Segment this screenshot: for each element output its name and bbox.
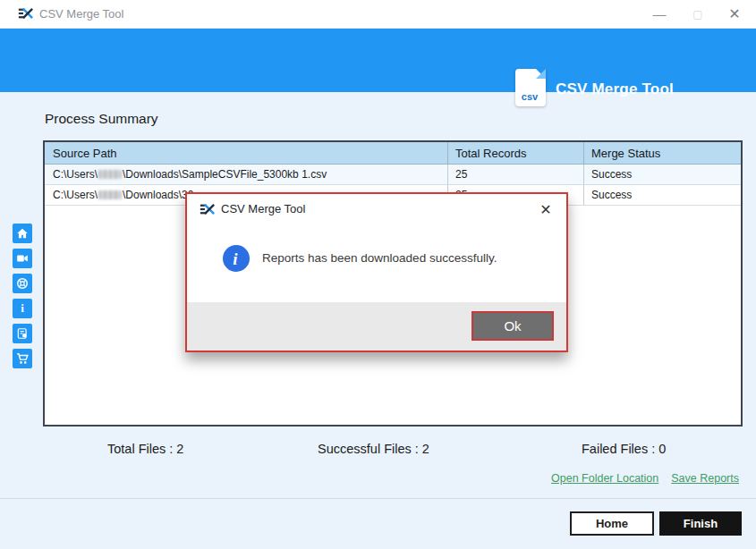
column-header-source-path: Source Path [45,142,447,164]
download-success-dialog: CSV Merge Tool ✕ i Reports has been down… [185,192,568,352]
csv-file-icon: csv [515,69,546,106]
info-circle-icon: i [223,245,250,272]
dialog-close-icon[interactable]: ✕ [536,199,556,219]
dialog-message: Reports has been downloaded successfully… [262,251,497,265]
home-button[interactable]: Home [570,511,654,536]
sidebar-item-video[interactable] [13,249,32,268]
sidebar-item-home[interactable] [13,224,32,243]
footer-divider [0,498,756,499]
app-logo-icon [18,7,33,23]
page-title: Process Summary [45,111,158,127]
maximize-button[interactable]: ▢ [680,0,716,28]
sidebar-item-license[interactable] [13,324,32,343]
successful-files-stat: Successful Files : 2 [318,442,429,456]
app-brand-title: CSV Merge Tool [556,80,674,98]
merge-status-cell: Success [583,185,741,205]
shopping-cart-icon [16,352,29,365]
report-links: Open Folder Location Save Reports [551,472,739,485]
redacted-username [98,170,122,179]
column-header-total-records: Total Records [447,142,583,164]
close-button[interactable]: ✕ [717,0,752,28]
total-files-stat: Total Files : 2 [107,442,183,456]
info-icon: i [21,301,24,316]
open-folder-location-link[interactable]: Open Folder Location [551,472,658,485]
dialog-app-logo-icon [200,203,215,219]
license-certificate-icon [16,327,29,340]
table-header-row: Source Path Total Records Merge Status [45,142,741,165]
source-path-cell: C:\Users\\Downloads\SampleCSVFile_5300kb… [45,165,447,184]
minimize-button[interactable]: — [641,0,677,28]
sidebar-item-support[interactable] [13,274,32,293]
ok-button[interactable]: Ok [471,311,554,341]
life-ring-icon [16,277,29,290]
column-header-merge-status: Merge Status [583,142,741,164]
video-camera-icon [16,252,29,265]
window-title: CSV Merge Tool [39,7,123,21]
csv-merge-tool-window: CSV Merge Tool — ▢ ✕ csv CSV Merge Tool … [0,0,756,549]
redacted-username [98,190,122,199]
app-header: csv CSV Merge Tool [0,29,756,92]
failed-files-stat: Failed Files : 0 [582,442,666,456]
sidebar-item-cart[interactable] [13,349,32,368]
home-icon [16,227,29,240]
dialog-title: CSV Merge Tool [221,202,305,215]
save-reports-link[interactable]: Save Reports [671,472,739,485]
finish-button[interactable]: Finish [659,511,742,536]
table-row[interactable]: C:\Users\\Downloads\SampleCSVFile_5300kb… [45,165,741,185]
dialog-title-bar: CSV Merge Tool ✕ [187,194,566,224]
title-bar: CSV Merge Tool — ▢ ✕ [0,0,756,29]
sidebar-item-info[interactable]: i [13,299,32,318]
merge-status-cell: Success [583,165,741,184]
total-records-cell: 25 [447,165,583,184]
